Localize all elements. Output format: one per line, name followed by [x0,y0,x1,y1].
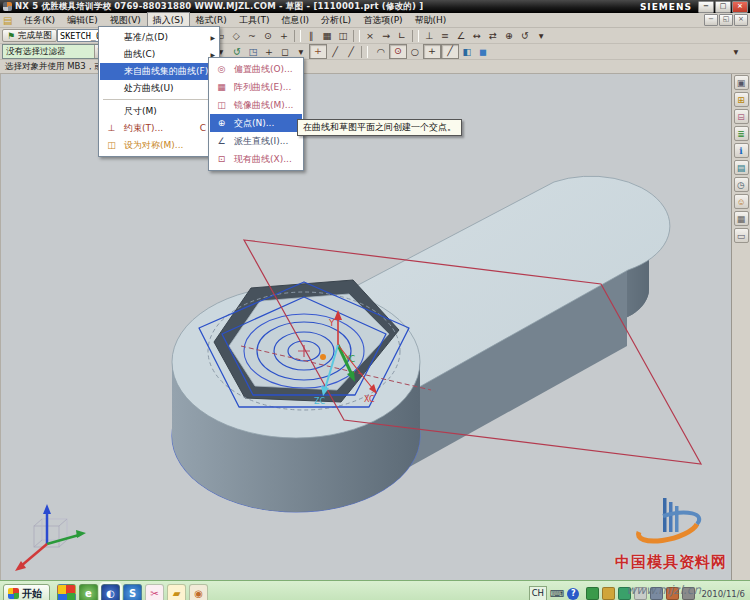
intersection-point-item[interactable]: 交点(N)... [210,114,302,132]
sep[interactable] [294,30,301,42]
part-icon [3,15,14,26]
security-shield-icon[interactable] [602,587,615,600]
part-navigator-icon[interactable] [734,126,749,141]
network-icon[interactable] [650,587,663,600]
insert-recipe-curve[interactable]: 处方曲线(U) [100,80,218,97]
constraint-navigator-icon[interactable] [734,109,749,124]
derived-line-item[interactable]: 派生直线(I)... [210,132,302,150]
face-select-icon[interactable] [459,45,475,58]
circle-center-icon[interactable] [407,45,423,58]
keyboard-icon[interactable]: ⌨ [550,588,564,599]
studio-spline-icon[interactable] [244,29,260,42]
menu-information[interactable]: 信息(I) [275,12,315,29]
nx-app-icon [3,2,12,11]
point-icon[interactable] [276,29,292,42]
body-select-icon[interactable] [475,45,491,58]
mdi-restore-button[interactable] [719,14,733,26]
help-icon[interactable]: ? [567,588,579,600]
mdi-close-button[interactable] [734,14,748,26]
inferred-dimensions-icon[interactable] [469,29,485,42]
resource-bar [731,74,750,580]
palette-icon[interactable] [189,584,208,600]
pan-icon[interactable] [309,44,327,59]
offset-curve-item[interactable]: 偏置曲线(O)... [210,60,302,78]
pin-resource-icon[interactable] [734,75,749,90]
xp-logo-icon[interactable] [57,584,76,600]
show-constraints-icon[interactable] [453,29,469,42]
pattern-curve-icon[interactable] [319,29,335,42]
insert-dimension[interactable]: 尺寸(M) [100,103,218,120]
offset-curve-icon[interactable] [303,29,319,42]
scissors-icon[interactable] [145,584,164,600]
quick-trim-icon[interactable] [362,29,378,42]
tooltip: 在曲线和草图平面之间创建一个交点。 [297,119,462,136]
roles-icon[interactable] [734,194,749,209]
curves-submenu: 偏置曲线(O)...阵列曲线(E)...镜像曲线(M)...交点(N)...派生… [208,57,304,171]
insert-curve[interactable]: 曲线(C) [100,46,218,63]
constraints-icon[interactable] [421,29,437,42]
insert-curve-from-curves[interactable]: 来自曲线集的曲线(F) [100,63,218,80]
convert-reference-icon[interactable] [485,29,501,42]
close-button[interactable] [732,1,748,13]
nx-tray-icon[interactable] [586,587,599,600]
polygon-icon[interactable] [228,29,244,42]
volume-icon[interactable] [634,587,647,600]
pattern-curve-item[interactable]: 阵列曲线(E)... [210,78,302,96]
reuse-library-icon[interactable] [734,160,749,175]
siemens-logo: SIEMENS [640,2,692,12]
update-icon[interactable] [666,587,679,600]
toolbar-overflow-icon[interactable] [728,45,744,58]
language-indicator[interactable]: CH [529,586,547,600]
menu-preferences[interactable]: 首选项(P) [357,12,408,29]
nx-quick-icon[interactable] [101,584,120,600]
auto-constrain-icon[interactable] [437,29,453,42]
line-b-icon[interactable] [343,45,359,58]
menu-tools[interactable]: 工具(T) [233,12,276,29]
sep[interactable] [412,30,419,42]
tangent-snap-icon[interactable] [441,44,459,59]
alternate-solution-icon[interactable] [501,29,517,42]
arc-snap-icon[interactable] [373,45,389,58]
input-method-icon[interactable] [682,587,695,600]
point-on-curve-icon[interactable] [389,44,407,59]
menu-task[interactable]: 任务(K) [18,12,61,29]
sketch-overflow-icon[interactable] [533,29,549,42]
messenger-icon[interactable] [618,587,631,600]
menu-help[interactable]: 帮助(H) [409,12,453,29]
existing-curve-item[interactable]: 现有曲线(X)... [210,150,302,168]
sogou-icon[interactable] [123,584,142,600]
start-button[interactable]: 开始 [3,584,50,600]
internet-explorer-icon[interactable] [734,143,749,158]
maximize-button[interactable] [715,1,731,13]
system-materials-icon[interactable] [734,211,749,226]
finish-sketch-button[interactable]: 完成草图 [2,29,57,42]
axis-label-zc: ZC [314,397,325,406]
selection-filter-combo[interactable]: 没有选择过滤器 ▼ [2,44,107,59]
sep[interactable] [361,46,368,58]
intersection-snap-icon[interactable] [423,44,441,59]
history-icon[interactable] [734,177,749,192]
sep[interactable] [353,30,360,42]
ellipse-icon[interactable] [260,29,276,42]
browser-icon[interactable] [79,584,98,600]
make-corner-icon[interactable] [394,29,410,42]
mirror-curve-item[interactable]: 镜像曲线(M)... [210,96,302,114]
folder-icon[interactable] [167,584,186,600]
assembly-navigator-icon[interactable] [734,92,749,107]
animate-dimension-icon[interactable] [517,29,533,42]
insert-make-symmetric[interactable]: 设为对称(M)... [100,137,218,154]
system-tray: CH ⌨ ? 2010/11/6 www.mjzl.cn [529,586,747,600]
quick-extend-icon[interactable] [378,29,394,42]
axis-label-xc: XC [364,395,375,404]
menu-analysis[interactable]: 分析(L) [315,12,357,29]
line-a-icon[interactable] [327,45,343,58]
watermark-text: 中国模具资料网 [615,553,727,572]
insert-menu: 基准/点(D)曲线(C)来自曲线集的曲线(F)处方曲线(U) 尺寸(M)约束(T… [98,26,220,157]
finish-flag-icon [7,31,15,41]
window-icon[interactable] [734,228,749,243]
insert-datum-point[interactable]: 基准/点(D) [100,29,218,46]
insert-constraints[interactable]: 约束(T)...C [100,120,218,137]
minimize-button[interactable] [698,1,714,13]
mdi-minimize-button[interactable] [704,14,718,26]
mirror-curve-icon[interactable] [335,29,351,42]
